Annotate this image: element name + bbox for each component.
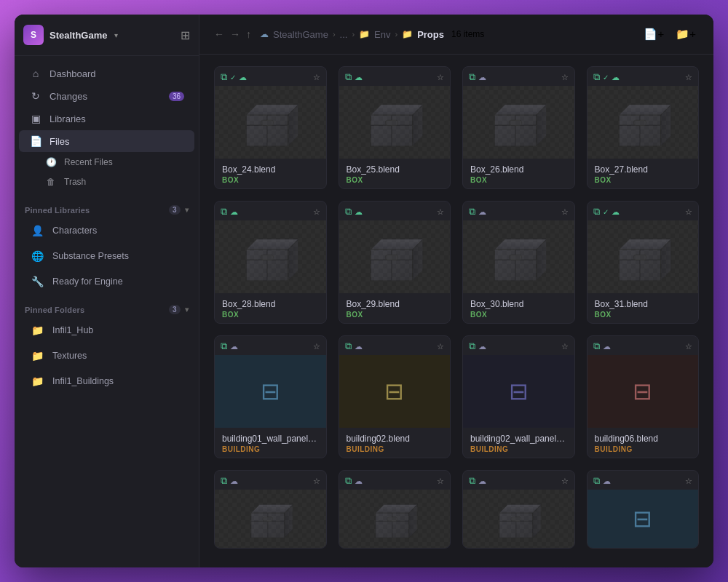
- card-icons-right: ☆: [685, 477, 692, 486]
- star-icon[interactable]: ☆: [437, 342, 444, 351]
- sidebar-item-dashboard[interactable]: ⌂ Dashboard: [19, 63, 194, 84]
- folders-section-controls: 3 ▾: [169, 305, 189, 314]
- file-name: building02.blend: [347, 434, 443, 444]
- section-controls: 3 ▾: [169, 205, 189, 215]
- card-icons-left: ⧉ ☁: [221, 206, 238, 218]
- sidebar-item-recent-files[interactable]: 🕐 Recent Files: [19, 153, 194, 172]
- layers-icon: ⧉: [469, 206, 475, 218]
- file-card-footer: Box_28.blend BOX: [215, 293, 326, 323]
- sidebar-item-files[interactable]: 📄 Files: [19, 130, 194, 152]
- header-actions: 📄+ 📁+: [641, 25, 699, 44]
- file-type: BOX: [595, 311, 692, 319]
- file-card[interactable]: ⧉ ☁ ☆: [462, 470, 575, 549]
- star-icon[interactable]: ☆: [437, 477, 444, 486]
- file-card-header: ⧉ ☁ ☆: [215, 471, 326, 490]
- star-icon[interactable]: ☆: [561, 477, 569, 486]
- file-card[interactable]: ⧉ ☁ ☆: [214, 470, 327, 549]
- sidebar-item-trash[interactable]: 🗑 Trash: [19, 172, 194, 191]
- card-icons-right: ☆: [561, 73, 569, 82]
- file-card[interactable]: ⧉ ☁ ☆: [462, 201, 575, 324]
- breadcrumb-ellipsis[interactable]: ...: [340, 29, 348, 40]
- star-icon[interactable]: ☆: [685, 207, 692, 217]
- breadcrumb-props[interactable]: Props: [417, 29, 444, 40]
- file-card[interactable]: ⧉ ✓ ☁ ☆: [587, 201, 700, 324]
- workspace-name: StealthGame: [50, 30, 107, 41]
- file-name: Box_26.blend: [470, 164, 567, 175]
- sidebar-nav: ⌂ Dashboard ↻ Changes 36 ▣ Libraries 📄 F…: [15, 56, 199, 198]
- file-name: Box_25.blend: [347, 164, 443, 175]
- file-card[interactable]: ⧉ ✓ ☁ ☆: [587, 66, 700, 189]
- breadcrumb-env[interactable]: Env: [374, 29, 390, 40]
- sidebar-item-ready-for-engine[interactable]: 🔧 Ready for Engine: [19, 269, 194, 294]
- star-icon[interactable]: ☆: [313, 342, 320, 351]
- cloud-pending-icon: ☁: [355, 477, 363, 486]
- file-card[interactable]: ⧉ ☁ ☆ ⊟: [587, 470, 700, 549]
- chevron-icon[interactable]: ▾: [185, 206, 189, 214]
- file-type: BOX: [595, 176, 692, 184]
- files-icon: 📄: [29, 135, 42, 147]
- sidebar-item-textures[interactable]: 📁 Textures: [19, 343, 194, 368]
- sidebar-item-changes[interactable]: ↻ Changes 36: [19, 85, 194, 107]
- file-thumbnail: ⊟: [339, 355, 451, 428]
- file-thumbnail: [587, 220, 699, 293]
- star-icon[interactable]: ☆: [437, 73, 444, 82]
- file-card[interactable]: ⧉ ☁ ☆ ⊟ building01_wall_panels.b... BUIL…: [214, 335, 327, 458]
- trash-label: Trash: [64, 177, 86, 187]
- file-card-footer: Box_29.blend BOX: [339, 293, 451, 323]
- star-icon[interactable]: ☆: [685, 477, 692, 486]
- forward-button[interactable]: →: [230, 28, 240, 40]
- star-icon[interactable]: ☆: [313, 73, 320, 82]
- sidebar-item-substance-presets[interactable]: 🌐 Substance Presets: [19, 244, 194, 268]
- file-thumbnail: [463, 220, 574, 293]
- libraries-icon: ▣: [29, 113, 42, 124]
- layers-icon: ⧉: [345, 340, 352, 352]
- star-icon[interactable]: ☆: [685, 342, 692, 351]
- file-card-footer: building02.blend BUILDING: [339, 428, 451, 458]
- sidebar-item-libraries[interactable]: ▣ Libraries: [19, 108, 194, 129]
- card-icons-left: ⧉ ✓ ☁: [593, 71, 620, 83]
- file-name: building01_wall_panels.b...: [222, 434, 319, 444]
- star-icon[interactable]: ☆: [561, 207, 569, 217]
- breadcrumb-root[interactable]: StealthGame: [273, 29, 328, 40]
- file-card[interactable]: ⧉ ✓ ☁ ☆: [214, 66, 327, 189]
- star-icon[interactable]: ☆: [561, 73, 569, 82]
- sidebar-item-characters[interactable]: 👤 Characters: [19, 218, 194, 243]
- file-thumbnail: ⊟: [215, 355, 326, 428]
- back-button[interactable]: ←: [214, 28, 224, 40]
- file-card-footer: Box_24.blend BOX: [215, 159, 326, 188]
- sidebar-item-infil1-buildings[interactable]: 📁 Infil1_Buildings: [19, 369, 194, 394]
- pinned-libraries-label: Pinned Libraries: [25, 206, 90, 215]
- file-card[interactable]: ⧉ ☁ ☆: [214, 201, 327, 324]
- layers-icon: ⧉: [221, 71, 227, 83]
- card-icons-right: ☆: [561, 207, 569, 217]
- card-icons-left: ⧉ ☁: [221, 340, 238, 352]
- file-card[interactable]: ⧉ ☁ ☆: [339, 201, 451, 324]
- star-icon[interactable]: ☆: [561, 342, 569, 351]
- file-card[interactable]: ⧉ ☁ ☆: [462, 66, 575, 189]
- file-card[interactable]: ⧉ ☁ ☆ ⊟ building02_wall_panels.... BUILD…: [462, 335, 575, 458]
- card-icons-left: ⧉ ☁: [221, 475, 238, 487]
- up-button[interactable]: ↑: [246, 28, 251, 40]
- folders-chevron-icon[interactable]: ▾: [185, 306, 189, 314]
- star-icon[interactable]: ☆: [437, 207, 444, 217]
- star-icon[interactable]: ☆: [313, 207, 320, 217]
- file-card-footer: Box_27.blend BOX: [587, 159, 699, 188]
- props-folder-icon: 📁: [402, 29, 413, 39]
- file-card-header: ⧉ ☁ ☆: [339, 471, 451, 490]
- file-card[interactable]: ⧉ ☁ ☆: [339, 66, 451, 189]
- star-icon[interactable]: ☆: [313, 477, 320, 486]
- new-folder-button[interactable]: 📁+: [673, 25, 699, 44]
- file-card[interactable]: ⧉ ☁ ☆ ⊟ building02.blend BUILDING: [339, 335, 451, 458]
- star-icon[interactable]: ☆: [685, 73, 692, 82]
- trash-icon: 🗑: [45, 177, 57, 187]
- new-file-button[interactable]: 📄+: [641, 25, 667, 44]
- file-card-footer: Box_30.blend BOX: [463, 293, 574, 323]
- sidebar-item-infil1-hub[interactable]: 📁 Infil1_Hub: [19, 318, 194, 343]
- cloud-synced-icon: ☁: [230, 207, 238, 217]
- file-card[interactable]: ⧉ ☁ ☆ ⊟ building06.blend BUILDING: [587, 335, 700, 458]
- layout-icon[interactable]: ⊞: [181, 28, 190, 42]
- file-name: Box_30.blend: [470, 299, 567, 309]
- sidebar-header: S StealthGame ▾ ⊞: [15, 15, 199, 56]
- file-card[interactable]: ⧉ ☁ ☆: [339, 470, 451, 549]
- workspace-logo[interactable]: S StealthGame ▾: [23, 25, 118, 45]
